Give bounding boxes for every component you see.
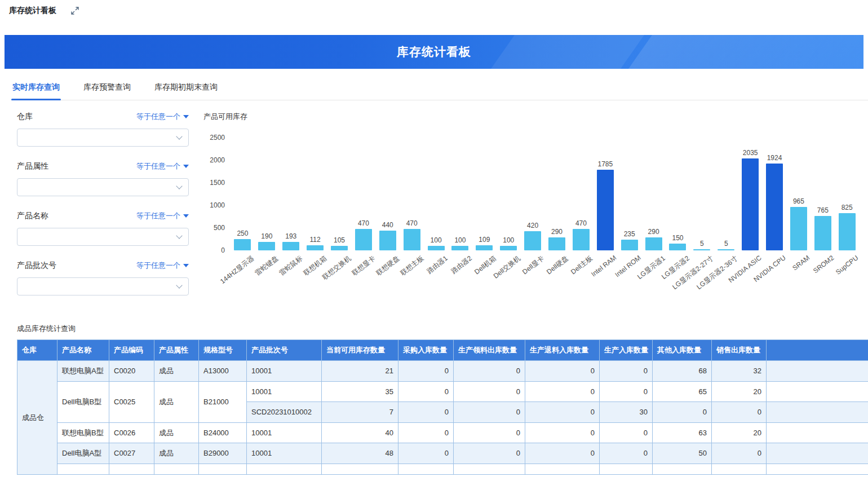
spec-cell: B24000 bbox=[199, 422, 247, 443]
top-window-bar: 库存统计看板 bbox=[0, 0, 868, 21]
filter-head: 产品批次号等于任意一个 bbox=[17, 261, 189, 271]
x-category-label: SRAM bbox=[791, 254, 812, 272]
col-header-5: 产品批次号 bbox=[247, 340, 322, 361]
bar-value-label: 290 bbox=[648, 228, 659, 236]
empty-cell bbox=[767, 402, 868, 423]
bar-value-label: 2035 bbox=[743, 149, 758, 157]
bar-slot-5: 470 bbox=[351, 219, 375, 250]
value-cell: 0 bbox=[454, 443, 525, 464]
value-cell: 32 bbox=[712, 361, 767, 382]
bar bbox=[234, 239, 251, 250]
caret-down-icon bbox=[183, 264, 189, 267]
bar bbox=[379, 231, 396, 250]
bar-value-label: 235 bbox=[624, 230, 635, 238]
expand-icon[interactable] bbox=[71, 7, 79, 15]
value-cell: 30 bbox=[600, 402, 653, 423]
batch-cell: SCD20231010002 bbox=[247, 402, 322, 423]
value-cell: 21 bbox=[322, 361, 398, 382]
value-cell bbox=[525, 464, 600, 474]
bar-slot-11: 100 bbox=[497, 236, 521, 250]
category-slot: Dell显卡 bbox=[521, 250, 545, 297]
value-cell bbox=[712, 464, 767, 474]
filter-select[interactable] bbox=[17, 129, 189, 147]
value-cell: 0 bbox=[398, 402, 454, 423]
caret-down-icon bbox=[183, 214, 189, 218]
y-tick-label: 2500 bbox=[210, 134, 225, 142]
y-tick-label: 1500 bbox=[210, 179, 225, 187]
product-cell bbox=[57, 464, 109, 474]
bar-value-label: 190 bbox=[261, 232, 272, 240]
category-slot: 联想硬盘 bbox=[375, 250, 400, 297]
window-tab-title[interactable]: 库存统计看板 bbox=[9, 6, 56, 16]
code-cell: C0027 bbox=[109, 443, 154, 464]
batch-cell: 10001 bbox=[247, 443, 322, 464]
col-header-13 bbox=[767, 340, 868, 361]
x-category-label: 联想硬盘 bbox=[374, 254, 401, 278]
category-slot: SROM2 bbox=[811, 250, 835, 297]
filter-select[interactable] bbox=[17, 178, 189, 196]
chart-bars: 2501901931121054704404701001001091004202… bbox=[231, 138, 859, 250]
bar-slot-10: 109 bbox=[472, 236, 497, 250]
value-cell: 20 bbox=[712, 381, 767, 402]
table-row: 成品仓联想电脑A型C0020成品A13000100012100006832 bbox=[17, 361, 868, 382]
col-header-2: 产品编码 bbox=[109, 340, 154, 361]
bar bbox=[742, 158, 759, 250]
filter-select[interactable] bbox=[17, 228, 189, 246]
category-slot: 144HZ显示器 bbox=[231, 250, 255, 297]
chart-area: 产品可用库存 05001000150020002500 250190193112… bbox=[203, 112, 859, 310]
filter-label: 产品批次号 bbox=[17, 261, 56, 271]
tab-2[interactable]: 库存期初期末查询 bbox=[153, 77, 219, 100]
filter-operator[interactable]: 等于任意一个 bbox=[136, 211, 189, 221]
value-cell: 0 bbox=[712, 402, 767, 423]
col-header-12: 销售出库数量 bbox=[712, 340, 767, 361]
bar bbox=[307, 245, 324, 250]
x-category-label: 144HZ显示器 bbox=[219, 254, 256, 286]
tab-0[interactable]: 实时库存查询 bbox=[11, 77, 61, 100]
tab-1[interactable]: 库存预警查询 bbox=[82, 77, 132, 100]
category-slot: Dell交换机 bbox=[497, 250, 521, 297]
bar-value-label: 1924 bbox=[767, 154, 782, 162]
bar-value-label: 5 bbox=[724, 240, 728, 248]
bar bbox=[524, 231, 541, 250]
filter-select[interactable] bbox=[17, 277, 189, 295]
value-cell bbox=[454, 464, 525, 474]
bar-value-label: 470 bbox=[358, 219, 369, 227]
value-cell: 40 bbox=[322, 422, 398, 443]
value-cell: 0 bbox=[525, 422, 600, 443]
bar bbox=[548, 237, 565, 250]
value-cell: 0 bbox=[600, 361, 653, 382]
code-cell: C0026 bbox=[109, 422, 154, 443]
category-slot: 联想显卡 bbox=[351, 250, 375, 297]
filter-operator[interactable]: 等于任意一个 bbox=[136, 161, 189, 171]
value-cell: 0 bbox=[525, 361, 600, 382]
bar bbox=[258, 242, 275, 250]
filter-operator[interactable]: 等于任意一个 bbox=[136, 112, 189, 122]
bar-slot-20: 5 bbox=[714, 240, 738, 250]
spec-cell: A13000 bbox=[199, 361, 247, 382]
category-slot: 路由器1 bbox=[424, 250, 448, 297]
bar-slot-14: 470 bbox=[569, 219, 593, 250]
caret-down-icon bbox=[183, 115, 189, 118]
bar-value-label: 440 bbox=[382, 221, 393, 229]
value-cell: 0 bbox=[525, 402, 600, 423]
col-header-11: 其他入库数量 bbox=[653, 340, 712, 361]
value-cell: 0 bbox=[454, 381, 525, 402]
category-slot: Dell硬盘 bbox=[545, 250, 569, 297]
table-row: Dell电脑A型C0027成品B2900010001480000500 bbox=[17, 443, 868, 464]
value-cell: 20 bbox=[712, 422, 767, 443]
bar-value-label: 100 bbox=[503, 236, 514, 244]
x-category-label: 路由器2 bbox=[449, 254, 474, 276]
filter-operator[interactable]: 等于任意一个 bbox=[136, 261, 189, 271]
bar bbox=[451, 246, 468, 250]
bar bbox=[331, 246, 348, 250]
bar-slot-8: 100 bbox=[424, 236, 448, 250]
batch-cell: 10001 bbox=[247, 422, 322, 443]
category-slot: SupCPU bbox=[835, 250, 859, 297]
category-slot: Dell主板 bbox=[569, 250, 593, 297]
value-cell: 0 bbox=[600, 422, 653, 443]
value-cell: 0 bbox=[525, 443, 600, 464]
x-category-label: SupCPU bbox=[834, 254, 860, 276]
bar-slot-15: 1785 bbox=[593, 160, 617, 250]
bar-value-label: 420 bbox=[527, 222, 538, 230]
chevron-down-icon bbox=[176, 133, 182, 139]
